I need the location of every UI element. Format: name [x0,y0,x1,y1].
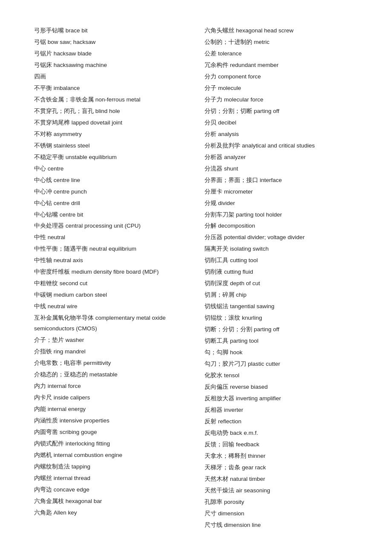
english-term: Allen key [54,509,77,516]
list-item: 公制的；十进制的 metric [205,37,358,48]
chinese-term: 分界面；界面；接口 [205,177,258,183]
list-item: 分解 decomposition [205,221,358,231]
list-item: 中碳钢 medium carbon steel [34,290,187,301]
list-item: 分压器 potential divider; voltage divider [205,232,358,243]
chinese-term: 六角头螺丝 [205,27,234,34]
chinese-term: 四画 [34,73,46,80]
chinese-term: 六角匙 [34,509,52,516]
chinese-term: 中粗锉纹 [34,280,58,286]
english-term: tensol [224,372,239,379]
english-term: centre line [54,177,80,183]
english-term: internal thread [54,475,90,481]
english-term: bow saw; hacksaw [48,39,96,45]
list-item: 尺寸线 dimension line [205,520,358,531]
list-item: 弓锯 bow saw; hacksaw [34,37,187,48]
chinese-term: 介指铁 [34,348,52,355]
list-item: 中性平衡；随遇平衡 neutral equilibrium [34,244,187,254]
english-term: blind hole [95,108,120,114]
english-term: cutting tool [230,257,258,263]
list-item: 天然木材 natural timber [205,474,358,485]
list-item: 内燃机 internal combustion engine [34,450,187,461]
english-term: redundant member [230,62,279,68]
list-item: 孔隙率 porosity [205,497,358,508]
english-term: internal energy [48,406,86,412]
chinese-term: 中性平衡；随遇平衡 [34,246,88,252]
list-item: 分析及批判学 analytical and critical studies [205,141,358,151]
chinese-term: 不贯穿孔；闭孔；盲孔 [34,108,94,114]
list-item: 天梯牙；齿条 gear rack [205,462,358,473]
chinese-term: 中心钻嘴 [34,211,58,218]
list-item: 反馈；回输 feedback [205,439,358,450]
list-item: 切屑；碎屑 chip [205,290,358,301]
list-item: 分厘卡 micrometer [205,187,358,197]
english-term: isolating switch [230,246,269,252]
chinese-term: 弓形手钻嘴 [34,27,64,34]
english-term: porosity [224,499,244,505]
list-item: 隔离开关 isolating switch [205,244,358,254]
chinese-term: 内能 [34,406,46,412]
list-item: 分贝 decibel [205,118,358,128]
chinese-term: 化胶水 [205,372,222,379]
chinese-term: 分流器 [205,165,222,172]
english-term: potential divider; voltage divider [224,234,305,240]
list-item: 切辊纹；滚纹 knurling [205,313,358,324]
list-item: 内锁式配件 interlocking fitting [34,439,187,449]
list-item: 切削深度 depth of cut [205,278,358,289]
list-item: 勾；勾脚 hook [205,347,358,358]
english-term: centre punch [54,188,87,195]
chinese-term: 中碳钢 [34,292,52,298]
list-item: 四画 [34,72,187,82]
list-item: 分子 molecule [205,83,358,94]
list-item: 切线锯法 tangential sawing [205,301,358,312]
chinese-term: 中央处理器 [34,223,64,229]
english-term: back e.m.f. [230,430,258,436]
english-term: imbalance [54,85,80,91]
list-item: 切削液 cutting fluid [205,267,358,278]
english-term: cutting fluid [224,269,253,275]
chinese-term: 尺寸 [205,510,216,517]
chinese-term: 公制的；十进制的 [205,39,252,45]
chinese-term: 切削工具 [205,257,228,263]
chinese-term: 切辊纹；滚纹 [205,315,240,321]
chinese-term: 反相器 [205,407,222,413]
main-content: 弓形手钻嘴 brace bit弓锯 bow saw; hacksaw弓锯片 ha… [34,26,358,531]
english-term: neutral wire [48,303,78,309]
english-term: dimension [218,510,245,517]
list-item: 中央处理器 central processing unit (CPU) [34,221,187,231]
chinese-term: 切断；分切；分割 [205,326,252,332]
list-item: 切断；分切；分割 parting off [205,324,358,335]
english-term: centre bit [60,211,84,218]
chinese-term: 天然干燥法 [205,487,234,494]
list-item: 介稳态的；亚稳态的 metastable [34,370,187,380]
chinese-term: 分子力 [205,96,222,103]
list-item: 六角金属枝 hexagonal bar [34,496,187,507]
chinese-term: 介子；垫片 [34,337,64,343]
list-item: 内卡尺 inside calipers [34,393,187,403]
chinese-term: 反电动势 [205,430,228,436]
chinese-term: 介电常数；电容率 [34,360,82,366]
english-term: divider [218,200,235,206]
english-term: analytical and critical studies [242,142,315,149]
english-term: thinner [248,453,265,459]
chinese-term: 不稳定平衡 [34,154,64,160]
list-item: 公差 tolerance [205,49,358,59]
chinese-term: 天梯牙；齿条 [205,464,240,471]
chinese-term: 反向偏压 [205,384,228,390]
chinese-term: 反相放大器 [205,395,234,402]
english-term: shunt [224,165,238,172]
english-term: internal force [48,383,81,389]
chinese-term: 分析及批判学 [205,142,240,149]
list-item: 内弯边 concave edge [34,485,187,495]
english-term: lapped dovetail joint [72,119,122,126]
chinese-term: 中性轴 [34,257,52,263]
chinese-term: 切线锯法 [205,303,228,309]
list-item: 天然干燥法 air seasoning [205,486,358,496]
list-item: 弓锯片 hacksaw blade [34,49,187,59]
english-term: tangential sawing [230,303,274,309]
english-term: decomposition [218,223,255,229]
english-term: inverting amplifier [236,395,281,402]
list-item: 分析 analysis [205,129,358,140]
chinese-term: 中心线 [34,177,52,183]
chinese-term: 内力 [34,383,46,389]
chinese-term: 天然木材 [205,476,228,482]
